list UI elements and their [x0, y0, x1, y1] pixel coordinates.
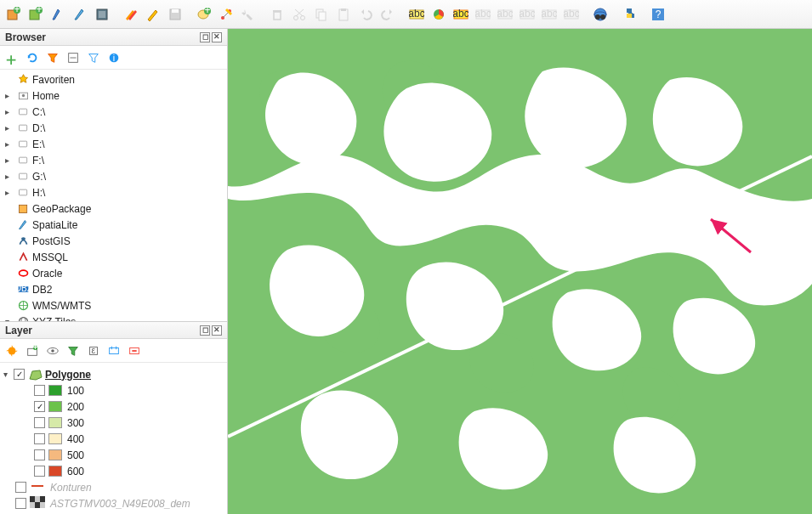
class-checkbox[interactable]	[34, 449, 45, 460]
layer-class-600[interactable]: 600	[0, 463, 227, 479]
browser-add-layer-button[interactable]	[3, 49, 20, 66]
svg-text:abc: abc	[497, 8, 513, 20]
label-change-button[interactable]: abc	[561, 4, 582, 25]
browser-item-f-[interactable]: ▸F:\	[0, 152, 227, 168]
browser-collapse-button[interactable]	[65, 49, 82, 66]
toggle-editing-button[interactable]	[143, 4, 163, 25]
browser-item-db2[interactable]: DB2DB2	[0, 281, 227, 297]
expand-arrow-icon[interactable]: ▸	[5, 107, 15, 116]
expand-arrow-icon[interactable]: ▸	[5, 139, 15, 149]
expand-arrow-icon[interactable]: ▸	[5, 188, 15, 197]
close-icon[interactable]: ✕	[212, 32, 222, 42]
browser-item-spatialite[interactable]: SpatiaLite	[0, 217, 227, 233]
undo-button[interactable]	[355, 4, 376, 25]
diagram-tool-button[interactable]	[429, 4, 449, 25]
browser-toggle-props-button[interactable]	[85, 49, 102, 66]
label-rotate-button[interactable]: abc	[539, 4, 559, 25]
layer-class-300[interactable]: 300	[0, 415, 227, 431]
browser-tree[interactable]: Favoriten▸Home▸C:\▸D:\▸E:\▸F:\▸G:\▸H:\Ge…	[0, 70, 227, 321]
layer-remove-button[interactable]	[126, 342, 143, 359]
layer-konturen[interactable]: Konturen	[0, 479, 227, 495]
layer-class-500[interactable]: 500	[0, 447, 227, 463]
browser-item-label: Favoriten	[31, 74, 75, 86]
expand-arrow-icon[interactable]: ▾	[3, 370, 14, 379]
browser-item-mssql[interactable]: MSSQL	[0, 249, 227, 265]
map-svg	[228, 29, 812, 514]
expand-arrow-icon[interactable]: ▾	[5, 317, 15, 321]
browser-item-xyz-tiles[interactable]: ▾XYZ Tiles	[0, 313, 227, 321]
browser-item-label: H:\	[31, 187, 45, 199]
expand-arrow-icon[interactable]: ▸	[5, 172, 15, 181]
class-checkbox[interactable]	[34, 385, 45, 396]
layer-add-group-button[interactable]: +	[24, 342, 41, 359]
modify-attributes-button[interactable]	[238, 4, 258, 25]
class-checkbox[interactable]	[34, 417, 45, 428]
browser-panel-header[interactable]: Browser ◻ ✕	[0, 29, 227, 46]
save-edits-button[interactable]	[165, 4, 185, 25]
new-spatialite-layer-button[interactable]	[48, 4, 68, 25]
class-checkbox[interactable]	[34, 466, 45, 477]
vertex-tool-button[interactable]	[216, 4, 236, 25]
label-show-button[interactable]: abc	[495, 4, 515, 25]
layer-collapse-all-button[interactable]	[105, 342, 122, 359]
add-feature-button[interactable]: +	[194, 4, 214, 25]
class-checkbox[interactable]	[34, 433, 45, 444]
browser-filter-button[interactable]	[44, 49, 61, 66]
browser-item-e-[interactable]: ▸E:\	[0, 136, 227, 152]
browser-item-g-[interactable]: ▸G:\	[0, 168, 227, 184]
layer-checkbox[interactable]	[15, 498, 26, 509]
new-temp-layer-button[interactable]	[70, 4, 90, 25]
browser-item-home[interactable]: ▸Home	[0, 88, 227, 104]
redo-button[interactable]	[378, 4, 398, 25]
browser-item-postgis[interactable]: PostGIS	[0, 233, 227, 249]
map-canvas[interactable]	[228, 29, 812, 514]
label-tool-abc-button[interactable]: abc	[406, 4, 427, 25]
layer-class-100[interactable]: 100	[0, 382, 227, 398]
metasearch-button[interactable]	[590, 4, 610, 25]
layer-checkbox[interactable]	[15, 482, 26, 493]
help-button[interactable]: ?	[648, 4, 668, 25]
browser-item-geopackage[interactable]: GeoPackage	[0, 201, 227, 217]
python-console-button[interactable]	[619, 4, 639, 25]
browser-refresh-button[interactable]	[24, 49, 41, 66]
expand-arrow-icon[interactable]: ▸	[5, 91, 15, 100]
copy-features-button[interactable]	[311, 4, 332, 25]
expand-arrow-icon[interactable]: ▸	[5, 123, 15, 133]
layer-expand-all-button[interactable]: ε	[85, 342, 102, 359]
layer-class-400[interactable]: 400	[0, 431, 227, 447]
new-geopackage-layer-button[interactable]: +	[3, 4, 24, 25]
layer-tree[interactable]: ▾✓Polygone100✓200300400500600KonturenAST…	[0, 363, 227, 514]
layer-astgtmv003-n49e008-dem[interactable]: ASTGTMV003_N49E008_dem	[0, 495, 227, 511]
browser-item-label: G:\	[31, 171, 46, 183]
browser-item-d-[interactable]: ▸D:\	[0, 120, 227, 136]
undock-icon[interactable]: ◻	[200, 325, 210, 336]
paste-features-button[interactable]	[333, 4, 354, 25]
browser-item-label: PostGIS	[31, 235, 71, 247]
layer-checkbox[interactable]: ✓	[14, 369, 25, 380]
new-virtual-layer-button[interactable]	[92, 4, 112, 25]
layer-class-200[interactable]: ✓200	[0, 398, 227, 415]
label-highlight-button[interactable]: abc	[451, 4, 471, 25]
layer-style-button[interactable]	[3, 342, 20, 359]
browser-item-oracle[interactable]: Oracle	[0, 265, 227, 281]
new-shapefile-layer-button[interactable]: +	[26, 4, 46, 25]
class-checkbox[interactable]: ✓	[34, 401, 45, 412]
svg-rect-54	[19, 125, 26, 131]
layer-panel-header[interactable]: Layer ◻ ✕	[0, 322, 227, 339]
browser-enable-props-button[interactable]: i	[105, 49, 122, 66]
browser-item-wms-wmts[interactable]: WMS/WMTS	[0, 297, 227, 313]
label-pin-button[interactable]: abc	[473, 4, 493, 25]
layer-root-polygone[interactable]: ▾✓Polygone	[0, 366, 227, 382]
expand-arrow-icon[interactable]: ▸	[5, 155, 15, 165]
current-edits-button[interactable]	[121, 4, 141, 25]
close-icon[interactable]: ✕	[212, 325, 222, 336]
browser-item-c-[interactable]: ▸C:\	[0, 104, 227, 120]
cut-features-button[interactable]	[289, 4, 309, 25]
undock-icon[interactable]: ◻	[200, 32, 210, 42]
browser-item-favoriten[interactable]: Favoriten	[0, 71, 227, 88]
layer-filter-legend-button[interactable]	[65, 342, 82, 359]
label-move-button[interactable]: abc	[517, 4, 537, 25]
delete-selected-button[interactable]	[267, 4, 287, 25]
browser-item-h-[interactable]: ▸H:\	[0, 184, 227, 201]
layer-visibility-button[interactable]	[44, 342, 61, 359]
